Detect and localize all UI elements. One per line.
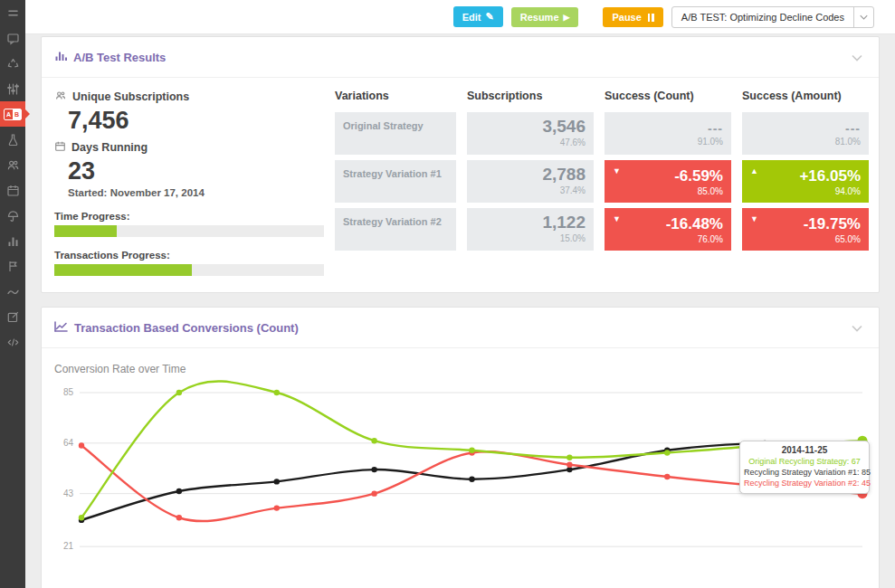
pause-icon [646, 12, 654, 23]
unique-subscriptions-label-row: Unique Subscriptions [54, 90, 324, 104]
sidebar: AB [0, 0, 25, 588]
chart-subtitle: Conversion Rate over Time [42, 348, 879, 375]
success-amount-cell: ▼ -19.75% 65.0% [742, 208, 869, 251]
topbar: Edit✎ Resume▶ Pause A/B TEST: Optimizing… [25, 0, 895, 34]
time-progress-label: Time Progress: [54, 211, 324, 222]
chart-tooltip: 2014-11-25 Original Recycling Strategy: … [739, 441, 870, 494]
conversions-panel-header: Transaction Based Conversions (Count) [42, 308, 879, 348]
bar-chart-small-icon [54, 49, 67, 65]
chat-icon [6, 32, 20, 45]
recycle-icon [6, 57, 20, 71]
sidebar-item-compose[interactable] [0, 304, 25, 329]
tooltip-series-line: Recycling Strategy Variation #1: 85 [744, 467, 865, 478]
variations-column: Variations Original Strategy Strategy Va… [335, 90, 456, 276]
days-running-value: 23 [68, 157, 324, 185]
sidebar-item-chat[interactable] [0, 25, 25, 51]
line-chart-small-icon [54, 319, 68, 336]
compose-icon [6, 310, 20, 324]
collapse-results-chevron-icon[interactable] [848, 47, 866, 67]
arrow-down-icon: ▼ [613, 214, 621, 223]
tooltip-series-line: Original Recycling Strategy: 67 [744, 456, 865, 467]
results-body: Unique Subscriptions 7,456 Days Running … [42, 78, 879, 292]
sidebar-item-recycle[interactable] [0, 51, 25, 76]
success-count-cell: ▼ -16.48% 76.0% [605, 208, 731, 251]
pencil-icon: ✎ [485, 11, 493, 23]
ab-test-selector-value: A/B TEST: Optimizing Decline Codes [672, 7, 853, 27]
svg-text:43: 43 [63, 488, 74, 498]
variation-cell: Strategy Variation #2 [335, 208, 456, 251]
transactions-progress-label: Transactions Progress: [54, 250, 324, 261]
time-progress-bar [54, 225, 324, 237]
conversion-chart: 0214364852014-11-172014-11-182014-11-192… [42, 375, 879, 588]
collapse-conversions-chevron-icon[interactable] [848, 318, 866, 337]
svg-text:85: 85 [63, 387, 74, 397]
pause-button[interactable]: Pause [603, 7, 662, 27]
sidebar-item-line-chart[interactable] [0, 279, 25, 304]
sidebar-item-flag[interactable] [0, 253, 25, 279]
resume-button[interactable]: Resume▶ [511, 7, 579, 27]
sidebar-item-menu[interactable] [0, 0, 25, 25]
arrow-up-icon: ▲ [750, 166, 758, 175]
flask-icon [6, 133, 20, 147]
ab-test-results-panel: A/B Test Results Unique Subscriptions 7,… [41, 36, 880, 293]
ab-test-icon: AB [4, 109, 22, 120]
users-icon [6, 158, 20, 172]
arrow-down-icon: ▼ [613, 166, 621, 175]
subscriptions-cell: 2,78837.4% [467, 160, 594, 203]
success-amount-cell: ▲ +16.05% 94.0% [742, 160, 869, 203]
code-icon [6, 336, 20, 349]
svg-text:64: 64 [63, 438, 74, 448]
sidebar-item-sliders[interactable] [0, 76, 25, 101]
chevron-down-icon [853, 7, 873, 27]
play-icon: ▶ [564, 13, 570, 22]
success-amount-header: Success (Amount) [742, 90, 869, 102]
sidebar-item-flask[interactable] [0, 127, 25, 152]
umbrella-icon [6, 209, 20, 223]
svg-text:21: 21 [63, 541, 74, 551]
subscriptions-column: Subscriptions 3,54647.6% 2,78837.4% 1,12… [467, 90, 594, 276]
subscriptions-cell: 3,54647.6% [467, 112, 594, 155]
conversions-panel: Transaction Based Conversions (Count) Co… [41, 307, 880, 588]
stats-column: Unique Subscriptions 7,456 Days Running … [54, 90, 324, 276]
conversions-panel-title: Transaction Based Conversions (Count) [74, 321, 299, 335]
calendar-icon [6, 184, 20, 197]
started-date: Started: November 17, 2014 [68, 187, 324, 198]
sidebar-item-umbrella[interactable] [0, 203, 25, 228]
variations-header: Variations [335, 90, 456, 102]
edit-button[interactable]: Edit✎ [453, 6, 503, 27]
success-count-cell: --- 91.0% [605, 112, 731, 155]
success-count-column: Success (Count) --- 91.0% ▼ -6.59% 85.0%… [605, 90, 731, 276]
time-progress-fill [54, 225, 117, 237]
tooltip-date: 2014-11-25 [744, 445, 865, 455]
line-chart-icon [6, 285, 20, 299]
calendar-small-icon [54, 140, 66, 155]
variation-cell: Strategy Variation #1 [335, 160, 456, 203]
transactions-progress-fill [54, 264, 192, 276]
success-count-cell: ▼ -6.59% 85.0% [605, 160, 731, 203]
flag-icon [6, 260, 20, 273]
sidebar-item-code[interactable] [0, 329, 25, 355]
variation-cell: Original Strategy [335, 112, 456, 155]
ab-test-selector[interactable]: A/B TEST: Optimizing Decline Codes [671, 6, 874, 28]
success-amount-column: Success (Amount) --- 81.0% ▲ +16.05% 94.… [742, 90, 869, 276]
subscriptions-header: Subscriptions [467, 90, 594, 102]
subscriptions-cell: 1,12215.0% [467, 208, 594, 251]
sidebar-item-ab-test[interactable]: AB [0, 101, 25, 127]
sidebar-item-bar-chart[interactable] [0, 228, 25, 253]
success-count-header: Success (Count) [605, 90, 731, 102]
users-group-icon [54, 90, 67, 104]
sidebar-item-calendar[interactable] [0, 177, 25, 203]
transactions-progress-bar [54, 264, 324, 276]
sliders-icon [6, 82, 20, 96]
bar-chart-icon [6, 234, 20, 248]
sidebar-item-users[interactable] [0, 152, 25, 177]
unique-subscriptions-value: 7,456 [68, 107, 324, 135]
success-amount-cell: --- 81.0% [742, 112, 869, 155]
menu-icon [6, 6, 20, 20]
days-running-label-row: Days Running [54, 140, 324, 155]
results-panel-title: A/B Test Results [73, 51, 166, 64]
arrow-down-icon: ▼ [750, 214, 758, 223]
results-panel-header: A/B Test Results [42, 37, 879, 78]
tooltip-series-line: Recycling Strategy Variation #2: 45 [744, 478, 865, 488]
